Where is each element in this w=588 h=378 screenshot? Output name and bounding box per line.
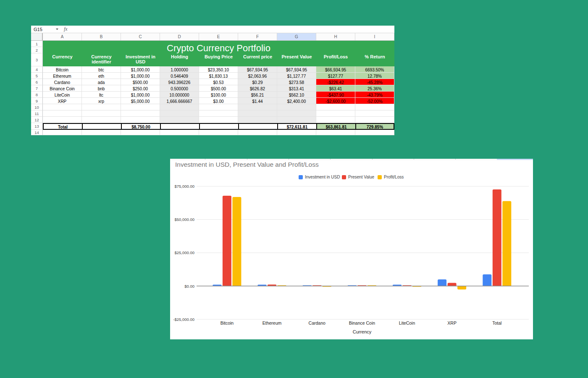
svg-text:Total: Total bbox=[492, 320, 501, 326]
svg-text:Currency: Currency bbox=[353, 329, 372, 334]
svg-text:-$25,000.00: -$25,000.00 bbox=[173, 317, 194, 322]
svg-text:Ethereum: Ethereum bbox=[262, 320, 282, 326]
svg-text:$50,000.00: $50,000.00 bbox=[174, 217, 194, 222]
svg-text:Cardano: Cardano bbox=[309, 320, 326, 326]
svg-text:LiteCoin: LiteCoin bbox=[399, 320, 415, 326]
svg-text:$75,000.00: $75,000.00 bbox=[174, 184, 194, 189]
svg-text:XRP: XRP bbox=[447, 320, 457, 326]
svg-text:$25,000.00: $25,000.00 bbox=[174, 250, 194, 255]
svg-text:Binance Coin: Binance Coin bbox=[349, 320, 375, 326]
svg-text:Bitcoin: Bitcoin bbox=[220, 320, 234, 326]
svg-text:$0.00: $0.00 bbox=[184, 284, 194, 289]
